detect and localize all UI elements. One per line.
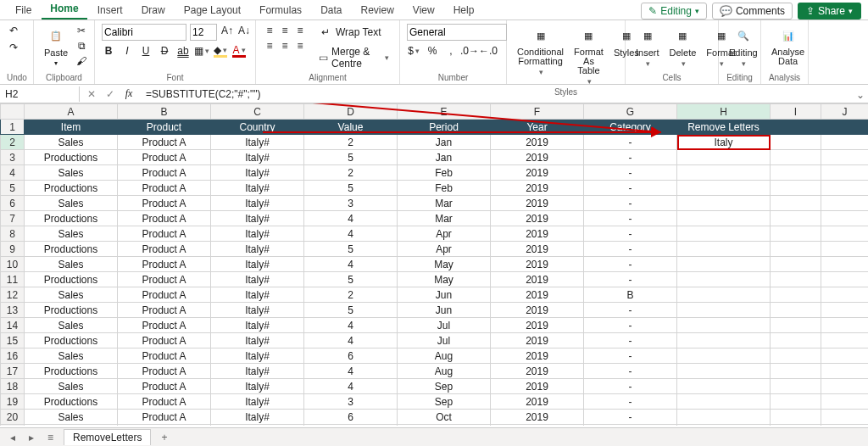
ribbon-tab-page-layout[interactable]: Page Layout	[175, 1, 249, 20]
cell-A4[interactable]: Sales	[25, 165, 118, 181]
cell-D6[interactable]: 3	[304, 196, 398, 211]
table-header-cell[interactable]: Item	[25, 120, 118, 135]
fill-color-button[interactable]: ◆	[214, 44, 227, 58]
cell-H3[interactable]	[677, 150, 771, 165]
insert-cells-button[interactable]: ▦Insert	[632, 24, 663, 70]
cell-F15[interactable]: 2019	[491, 333, 584, 348]
cell-H13[interactable]	[677, 303, 771, 318]
cell-E3[interactable]: Jan	[398, 150, 491, 165]
cell-D18[interactable]: 4	[304, 379, 398, 394]
formula-bar[interactable]: =SUBSTITUTE(C2;"#";"") ⌄	[141, 86, 868, 102]
row-header-13[interactable]: 13	[1, 303, 25, 318]
cell-J17[interactable]	[821, 364, 869, 379]
cell-F9[interactable]: 2019	[491, 242, 584, 257]
cell-A7[interactable]: Productions	[25, 211, 118, 226]
cell-I10[interactable]	[771, 257, 821, 272]
column-header-B[interactable]: B	[118, 104, 211, 120]
cell-D2[interactable]: 2	[304, 135, 398, 150]
row-header-10[interactable]: 10	[1, 257, 25, 272]
editing-button[interactable]: 🔍Editing	[726, 24, 761, 70]
row-header-18[interactable]: 18	[1, 379, 25, 394]
cell-A10[interactable]: Sales	[25, 257, 118, 272]
cell-D9[interactable]: 5	[304, 242, 398, 257]
table-header-cell[interactable]: Value	[304, 120, 398, 135]
comma-icon[interactable]: ,	[444, 44, 458, 58]
cell-E9[interactable]: Apr	[398, 242, 491, 257]
row-header-9[interactable]: 9	[1, 242, 25, 257]
cell-F8[interactable]: 2019	[491, 226, 584, 242]
cell-D12[interactable]: 2	[304, 287, 398, 303]
font-name-select[interactable]	[102, 24, 186, 41]
cell-C19[interactable]: Italy#	[211, 394, 304, 410]
underline-button[interactable]: U	[139, 44, 153, 58]
cell-E18[interactable]: Sep	[398, 379, 491, 394]
cell-G14[interactable]: -	[584, 318, 677, 333]
cell-I18[interactable]	[771, 379, 821, 394]
percent-icon[interactable]: %	[426, 44, 439, 58]
cell-G20[interactable]: -	[584, 410, 677, 425]
cell-E10[interactable]: May	[398, 257, 491, 272]
ribbon-tab-file[interactable]: File	[7, 1, 40, 20]
cell-A2[interactable]: Sales	[25, 135, 118, 150]
cell-H4[interactable]	[677, 165, 771, 181]
cell-I6[interactable]	[771, 196, 821, 211]
cell-C7[interactable]: Italy#	[211, 211, 304, 226]
cell-G6[interactable]: -	[584, 196, 677, 211]
cell-F10[interactable]: 2019	[491, 257, 584, 272]
table-header-cell[interactable]: Period	[398, 120, 491, 135]
font-size-select[interactable]	[190, 24, 217, 41]
format-as-table-button[interactable]: ▦Format As Table	[570, 24, 607, 87]
table-header-cell[interactable]: Product	[118, 120, 211, 135]
cell-D20[interactable]: 6	[304, 410, 398, 425]
cell-F16[interactable]: 2019	[491, 348, 584, 364]
row-header-19[interactable]: 19	[1, 394, 25, 410]
cell-E5[interactable]: Feb	[398, 181, 491, 196]
add-sheet-icon[interactable]: +	[158, 432, 170, 443]
cell-G2[interactable]: -	[584, 135, 677, 150]
cell-B17[interactable]: Product A	[118, 364, 211, 379]
cell-I11[interactable]	[771, 272, 821, 287]
comments-button[interactable]: 💬Comments	[712, 3, 793, 20]
dbl-underline-button[interactable]: ab	[176, 44, 190, 58]
cell-I20[interactable]	[771, 410, 821, 425]
cell-F2[interactable]: 2019	[491, 135, 584, 150]
align-center-icon[interactable]: ≡	[278, 39, 292, 53]
cell-I9[interactable]	[771, 242, 821, 257]
align-left-icon[interactable]: ≡	[263, 39, 276, 53]
row-header-2[interactable]: 2	[1, 135, 25, 150]
cell-D16[interactable]: 6	[304, 348, 398, 364]
cell-H18[interactable]	[677, 379, 771, 394]
currency-icon[interactable]: $	[407, 44, 420, 58]
row-header-17[interactable]: 17	[1, 364, 25, 379]
cell-J10[interactable]	[821, 257, 869, 272]
cell-I4[interactable]	[771, 165, 821, 181]
cell-I13[interactable]	[771, 303, 821, 318]
cell-F21[interactable]: 2019	[491, 425, 584, 426]
cell-B21[interactable]: Product A	[118, 425, 211, 426]
analyse-data-button[interactable]: 📊Analyse Data	[768, 24, 808, 68]
cell-G13[interactable]: -	[584, 303, 677, 318]
cell-F20[interactable]: 2019	[491, 410, 584, 425]
cell-C20[interactable]: Italy#	[211, 410, 304, 425]
cell-A6[interactable]: Sales	[25, 196, 118, 211]
cell-B6[interactable]: Product A	[118, 196, 211, 211]
increase-font-icon[interactable]: A↑	[220, 24, 234, 37]
cell-C11[interactable]: Italy#	[211, 272, 304, 287]
row-header-15[interactable]: 15	[1, 333, 25, 348]
cell-G18[interactable]: -	[584, 379, 677, 394]
cell-E13[interactable]: Jun	[398, 303, 491, 318]
cell-C14[interactable]: Italy#	[211, 318, 304, 333]
expand-formula-icon[interactable]: ⌄	[856, 89, 865, 101]
cell-D15[interactable]: 4	[304, 333, 398, 348]
cell-J16[interactable]	[821, 348, 869, 364]
table-header-cell[interactable]: Category	[584, 120, 677, 135]
cell-B18[interactable]: Product A	[118, 379, 211, 394]
sheet-list-icon[interactable]: ≡	[44, 432, 57, 443]
row-header-16[interactable]: 16	[1, 348, 25, 364]
delete-cells-button[interactable]: ▦Delete	[666, 24, 700, 70]
cell-A12[interactable]: Sales	[25, 287, 118, 303]
cell-E4[interactable]: Feb	[398, 165, 491, 181]
cell-E12[interactable]: Jun	[398, 287, 491, 303]
border-button[interactable]: ▦	[195, 44, 209, 58]
cell-H14[interactable]	[677, 318, 771, 333]
